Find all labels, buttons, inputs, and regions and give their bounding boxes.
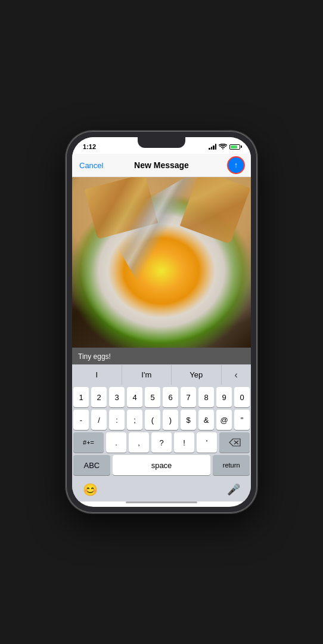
send-button-wrapper: ↑	[228, 157, 244, 173]
key-colon[interactable]: :	[109, 410, 125, 430]
keyboard-row-4: ABC space return	[73, 455, 250, 475]
mic-button[interactable]: 🎤	[227, 483, 240, 496]
key-return[interactable]: return	[213, 455, 250, 475]
key-ampersand[interactable]: &	[198, 410, 214, 430]
key-apostrophe[interactable]: '	[197, 432, 217, 453]
key-9[interactable]: 9	[216, 387, 232, 407]
emoji-icon: 😊	[83, 483, 98, 496]
keyboard: 1 2 3 4 5 6 7 8 9 0 - / : ; ( ) $ &	[72, 385, 251, 480]
mic-icon: 🎤	[227, 484, 240, 496]
caption-bar: Tiny eggs!	[72, 348, 251, 364]
battery-fill	[231, 145, 237, 148]
key-6[interactable]: 6	[163, 387, 178, 407]
wifi-icon	[219, 144, 227, 150]
image-container	[72, 177, 251, 348]
nav-bar: Cancel New Message ↑	[72, 154, 251, 177]
message-area: Tiny eggs!	[72, 177, 251, 364]
send-button[interactable]: ↑	[228, 157, 244, 173]
key-dollar[interactable]: $	[181, 410, 196, 430]
send-arrow-icon: ↑	[234, 161, 238, 169]
key-8[interactable]: 8	[198, 387, 214, 407]
key-5[interactable]: 5	[145, 387, 160, 407]
key-delete[interactable]	[219, 432, 250, 453]
key-abc[interactable]: ABC	[73, 455, 110, 475]
key-4[interactable]: 4	[127, 387, 142, 407]
key-dash[interactable]: -	[73, 410, 89, 430]
key-at[interactable]: @	[216, 410, 232, 430]
predictive-bar: I I'm Yep ‹	[72, 364, 251, 385]
key-2[interactable]: 2	[91, 387, 107, 407]
food-image	[72, 177, 251, 348]
status-icons	[209, 144, 240, 150]
key-slash[interactable]: /	[91, 410, 107, 430]
delete-icon	[229, 438, 241, 447]
predictive-item-2[interactable]: I'm	[122, 365, 172, 385]
home-indicator	[126, 501, 197, 503]
key-hashplus[interactable]: #+=	[73, 432, 104, 453]
predictive-backspace[interactable]: ‹	[222, 365, 251, 385]
key-open-paren[interactable]: (	[145, 410, 160, 430]
keyboard-row-3: #+= . , ? ! '	[73, 432, 250, 453]
signal-icon	[209, 144, 216, 150]
backspace-icon: ‹	[235, 370, 238, 380]
keyboard-row-1: 1 2 3 4 5 6 7 8 9 0	[73, 387, 250, 407]
key-exclaim[interactable]: !	[174, 432, 194, 453]
key-comma[interactable]: ,	[129, 432, 149, 453]
nav-title: New Message	[134, 160, 189, 170]
notch	[138, 137, 185, 148]
phone-frame: 1:12 Cancel	[66, 131, 257, 513]
key-period[interactable]: .	[106, 432, 126, 453]
key-0[interactable]: 0	[234, 387, 250, 407]
caption-text: Tiny eggs!	[78, 352, 111, 361]
cancel-button[interactable]: Cancel	[79, 161, 103, 170]
predictive-item-3[interactable]: Yep	[172, 365, 222, 385]
keyboard-row-2: - / : ; ( ) $ & @ "	[73, 410, 250, 430]
key-semicolon[interactable]: ;	[127, 410, 142, 430]
predictive-item-1[interactable]: I	[72, 365, 122, 385]
key-7[interactable]: 7	[181, 387, 196, 407]
bottom-bar: 😊 🎤	[72, 480, 251, 501]
status-time: 1:12	[83, 143, 96, 150]
key-1[interactable]: 1	[73, 387, 89, 407]
battery-icon	[229, 144, 240, 150]
key-question[interactable]: ?	[151, 432, 172, 453]
key-3[interactable]: 3	[109, 387, 125, 407]
key-space[interactable]: space	[113, 455, 211, 475]
key-quote[interactable]: "	[234, 410, 250, 430]
key-close-paren[interactable]: )	[163, 410, 178, 430]
phone-screen: 1:12 Cancel	[72, 137, 251, 507]
emoji-button[interactable]: 😊	[83, 482, 98, 497]
